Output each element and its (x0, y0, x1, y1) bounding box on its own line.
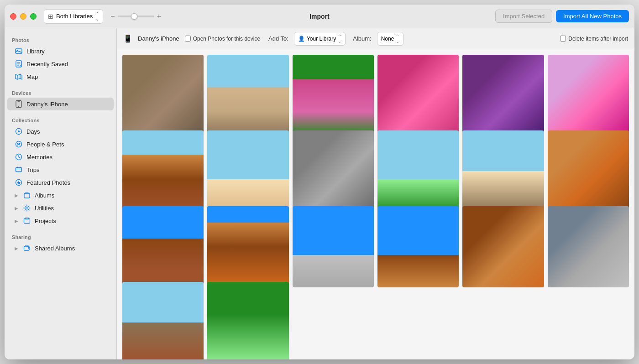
app-window: ⊞ Both Libraries ⌃⌄ − + Import Import Se… (5, 5, 634, 359)
sidebar-label-iphone: Danny's iPhone (26, 101, 68, 108)
library-dropdown-icon: 👤 (298, 36, 305, 42)
library-dropdown-value: Your Library (307, 36, 336, 42)
add-to-label: Add To: (268, 35, 288, 42)
device-bar-icon: 📱 (123, 34, 132, 43)
sidebar-label-albums: Albums (35, 192, 54, 199)
memories-icon (15, 153, 23, 161)
sidebar-item-featured-photos[interactable]: Featured Photos (7, 176, 114, 189)
photo-cell[interactable] (207, 130, 288, 212)
photo-cell[interactable] (548, 55, 629, 136)
photo-cell[interactable] (293, 55, 374, 136)
library-dropdown[interactable]: 👤 Your Library ⌃⌄ (294, 32, 346, 46)
shared-albums-icon (23, 244, 31, 252)
photo-cell[interactable] (122, 282, 204, 359)
sidebar-item-memories[interactable]: Memories (7, 151, 114, 163)
sidebar-section-photos: Photos (5, 34, 116, 45)
photo-cell[interactable] (377, 55, 459, 136)
svg-rect-5 (18, 101, 20, 102)
delete-checkbox[interactable] (560, 36, 566, 42)
sidebar-label-people-pets: People & Pets (26, 141, 64, 148)
trips-icon (15, 166, 23, 174)
photo-cell[interactable] (293, 206, 374, 287)
photo-cell[interactable] (462, 55, 544, 136)
sidebar-section-devices: Devices (5, 87, 116, 98)
photo-cell[interactable] (207, 55, 288, 136)
albums-icon (23, 191, 31, 199)
sidebar-item-recently-saved[interactable]: Recently Saved (7, 57, 114, 70)
import-bar: 📱 Danny's iPhone Open Photos for this de… (117, 28, 634, 49)
open-photos-label: Open Photos for this device (185, 36, 260, 42)
sidebar-item-utilities[interactable]: ▶ Utilities (7, 202, 114, 214)
title-bar: ⊞ Both Libraries ⌃⌄ − + Import Import Se… (5, 5, 634, 28)
sidebar-label-utilities: Utilities (35, 205, 54, 212)
svg-point-16 (26, 207, 28, 209)
albums-arrow-icon: ▶ (15, 193, 18, 198)
delete-check-label: Delete items after import (560, 36, 628, 42)
sidebar-item-library[interactable]: Library (7, 45, 114, 57)
sidebar-item-albums[interactable]: ▶ Albums (7, 189, 114, 202)
iphone-icon (15, 100, 23, 108)
library-selector[interactable]: ⊞ Both Libraries ⌃⌄ (44, 9, 103, 24)
sidebar-item-projects[interactable]: ▶ Projects (7, 214, 114, 227)
sidebar-item-shared-albums[interactable]: ▶ Shared Albums (7, 242, 114, 255)
days-icon (15, 127, 23, 135)
sidebar-label-memories: Memories (26, 154, 52, 161)
traffic-lights (10, 13, 37, 20)
minimize-button[interactable] (20, 13, 26, 20)
import-all-button[interactable]: Import All New Photos (556, 10, 629, 22)
main-area: 📱 Danny's iPhone Open Photos for this de… (117, 28, 634, 359)
photo-cell[interactable] (207, 206, 288, 287)
people-pets-icon (15, 140, 23, 148)
import-selected-button[interactable]: Import Selected (495, 10, 552, 23)
window-title: Import (309, 13, 330, 20)
maximize-button[interactable] (30, 13, 37, 20)
sidebar-label-map: Map (26, 73, 38, 80)
sidebar-label-featured-photos: Featured Photos (26, 179, 70, 186)
svg-rect-12 (16, 168, 22, 172)
album-dropdown-chevron: ⌃⌄ (396, 34, 399, 44)
main-content: Photos Library (5, 28, 634, 359)
photo-cell[interactable] (462, 206, 544, 287)
sidebar-item-trips[interactable]: Trips (7, 163, 114, 176)
svg-point-4 (18, 106, 19, 107)
projects-arrow-icon: ▶ (15, 218, 18, 224)
projects-icon (23, 217, 31, 225)
close-button[interactable] (10, 13, 16, 20)
photo-cell[interactable] (377, 206, 459, 287)
sidebar-item-days[interactable]: Days (7, 125, 114, 138)
photo-cell[interactable] (207, 282, 288, 359)
library-selector-label: Both Libraries (56, 13, 93, 20)
zoom-out-button[interactable]: − (110, 12, 115, 21)
album-dropdown[interactable]: None ⌃⌄ (377, 32, 404, 46)
sidebar-label-library: Library (26, 48, 45, 55)
photo-cell[interactable] (548, 130, 629, 212)
utilities-arrow-icon: ▶ (15, 206, 18, 211)
sidebar-section-sharing: Sharing (5, 231, 116, 242)
featured-photos-icon (15, 178, 23, 187)
zoom-in-button[interactable]: + (157, 12, 161, 21)
sidebar-label-days: Days (26, 128, 40, 135)
photo-cell[interactable] (462, 130, 544, 212)
sidebar: Photos Library (5, 28, 117, 359)
sidebar-section-collections: Collections (5, 114, 116, 125)
photo-grid (117, 49, 634, 359)
photo-cell[interactable] (377, 130, 459, 212)
photo-cell[interactable] (122, 55, 204, 136)
photo-cell[interactable] (293, 130, 374, 212)
library-selector-icon: ⊞ (48, 13, 53, 20)
sidebar-item-map[interactable]: Map (7, 70, 114, 83)
svg-marker-14 (17, 181, 21, 185)
photo-cell[interactable] (548, 206, 629, 287)
album-dropdown-value: None (381, 36, 394, 42)
sidebar-item-people-pets[interactable]: People & Pets (7, 138, 114, 151)
sidebar-label-recently-saved: Recently Saved (26, 61, 68, 68)
recently-saved-icon (15, 60, 23, 68)
album-label: Album: (353, 35, 371, 42)
sidebar-item-dannys-iphone[interactable]: Danny's iPhone (7, 98, 114, 110)
zoom-slider[interactable] (118, 16, 154, 17)
open-photos-checkbox[interactable] (185, 36, 191, 42)
library-icon (15, 47, 23, 55)
utilities-icon (23, 204, 31, 212)
photo-cell[interactable] (122, 130, 204, 212)
photo-cell[interactable] (122, 206, 204, 287)
